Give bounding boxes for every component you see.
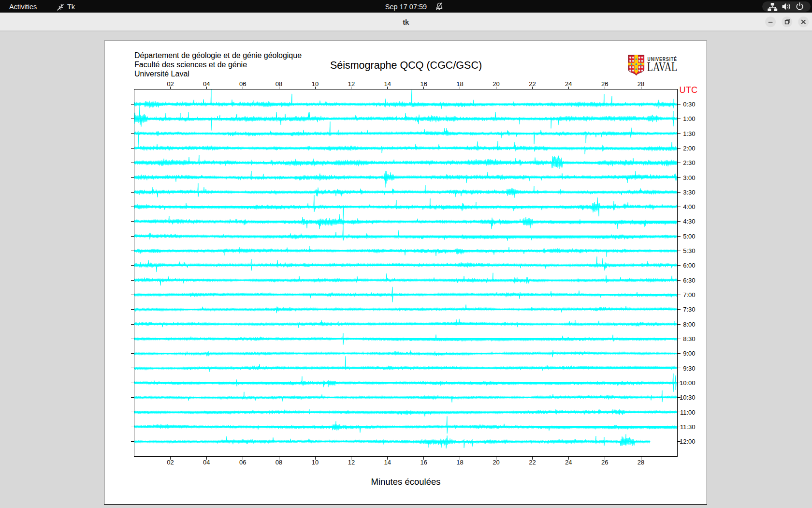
svg-text:Minutes écoulées: Minutes écoulées (371, 477, 441, 487)
svg-text:10:00: 10:00 (680, 379, 696, 387)
svg-text:04: 04 (203, 80, 210, 88)
svg-text:9:00: 9:00 (683, 350, 695, 357)
svg-text:12: 12 (348, 459, 355, 466)
svg-text:08: 08 (276, 459, 282, 466)
svg-text:08: 08 (276, 80, 282, 88)
svg-text:6:30: 6:30 (683, 277, 695, 284)
svg-text:4:00: 4:00 (683, 203, 695, 210)
svg-text:26: 26 (601, 459, 608, 466)
svg-text:7:30: 7:30 (683, 306, 695, 313)
svg-text:16: 16 (420, 459, 427, 466)
svg-text:2:30: 2:30 (683, 159, 695, 166)
svg-text:12: 12 (348, 80, 355, 88)
svg-text:12:00: 12:00 (680, 438, 696, 445)
svg-text:1:30: 1:30 (683, 130, 695, 137)
svg-text:UTC: UTC (680, 85, 698, 95)
svg-text:02: 02 (167, 80, 174, 88)
svg-text:14: 14 (384, 459, 391, 466)
svg-text:06: 06 (239, 459, 246, 466)
svg-text:11:00: 11:00 (680, 409, 696, 416)
svg-text:2:00: 2:00 (683, 145, 695, 152)
svg-text:3:30: 3:30 (683, 189, 695, 196)
svg-text:Tk: Tk (67, 3, 75, 11)
svg-text:4:30: 4:30 (683, 218, 695, 225)
svg-text:6:00: 6:00 (683, 262, 695, 269)
svg-text:8:00: 8:00 (683, 321, 695, 328)
svg-text:Séismographe QCQ (CGC/GSC): Séismographe QCQ (CGC/GSC) (330, 60, 482, 71)
svg-text:8:30: 8:30 (683, 335, 695, 343)
svg-text:11:30: 11:30 (680, 423, 696, 431)
svg-text:18: 18 (456, 459, 463, 466)
svg-text:26: 26 (601, 80, 608, 88)
svg-text:22: 22 (529, 459, 536, 466)
svg-text:28: 28 (638, 459, 644, 466)
svg-text:10:30: 10:30 (680, 394, 696, 401)
svg-text:5:00: 5:00 (683, 233, 695, 240)
svg-text:06: 06 (239, 80, 246, 88)
svg-text:04: 04 (203, 459, 210, 466)
svg-text:Université Laval: Université Laval (134, 70, 189, 78)
svg-text:28: 28 (638, 80, 644, 88)
svg-text:LAVAL: LAVAL (647, 60, 678, 74)
svg-text:5:30: 5:30 (683, 247, 695, 254)
svg-text:10: 10 (312, 459, 319, 466)
svg-text:20: 20 (493, 80, 499, 88)
svg-text:10: 10 (312, 80, 319, 88)
svg-text:1:00: 1:00 (683, 115, 695, 122)
svg-text:16: 16 (420, 80, 427, 88)
svg-text:Sep 17 07:59: Sep 17 07:59 (385, 3, 427, 11)
svg-text:3:00: 3:00 (683, 174, 695, 181)
svg-text:7:00: 7:00 (683, 291, 695, 299)
svg-text:24: 24 (565, 80, 572, 88)
svg-text:0:30: 0:30 (683, 101, 695, 108)
svg-text:Activities: Activities (9, 3, 37, 11)
svg-text:18: 18 (456, 80, 463, 88)
svg-text:Département de géologie et de: Département de géologie et de génie géol… (134, 51, 302, 60)
svg-text:22: 22 (529, 80, 536, 88)
svg-text:tk: tk (403, 18, 409, 26)
svg-text:02: 02 (167, 459, 174, 466)
svg-text:20: 20 (493, 459, 499, 466)
svg-text:Faculté des sciences et de gén: Faculté des sciences et de génie (134, 60, 247, 69)
svg-text:14: 14 (384, 80, 391, 88)
svg-text:24: 24 (565, 459, 572, 466)
svg-text:9:30: 9:30 (683, 365, 695, 372)
